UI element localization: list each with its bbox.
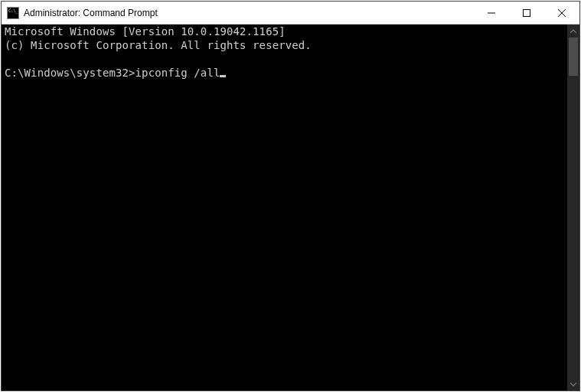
- window-title: Administrator: Command Prompt: [24, 8, 474, 18]
- terminal-output[interactable]: Microsoft Windows [Version 10.0.19042.11…: [2, 24, 567, 390]
- terminal-area: Microsoft Windows [Version 10.0.19042.11…: [2, 24, 579, 390]
- maximize-button[interactable]: [509, 2, 544, 24]
- svg-rect-0: [524, 9, 530, 16]
- minimize-icon: [488, 9, 495, 17]
- cursor-icon: [220, 75, 226, 77]
- command-prompt-window: Administrator: Command Prompt Microsoft …: [1, 1, 580, 391]
- minimize-button[interactable]: [474, 2, 509, 24]
- chevron-down-icon: [570, 381, 576, 387]
- close-icon: [558, 9, 566, 17]
- maximize-icon: [523, 9, 530, 17]
- scroll-thumb[interactable]: [569, 38, 578, 76]
- terminal-line: (c) Microsoft Corporation. All rights re…: [5, 39, 312, 51]
- scroll-down-button[interactable]: [567, 377, 579, 390]
- cmd-icon: [7, 7, 19, 19]
- terminal-line: Microsoft Windows [Version 10.0.19042.11…: [5, 25, 286, 38]
- scroll-up-button[interactable]: [567, 24, 579, 38]
- prompt-path: C:\Windows\system32>: [5, 67, 135, 79]
- close-button[interactable]: [544, 2, 579, 24]
- command-text: ipconfig /all: [135, 67, 220, 79]
- window-controls: [474, 2, 579, 24]
- prompt-line: C:\Windows\system32>ipconfig /all: [5, 67, 226, 79]
- titlebar[interactable]: Administrator: Command Prompt: [2, 2, 579, 24]
- vertical-scrollbar[interactable]: [567, 24, 579, 390]
- chevron-up-icon: [570, 28, 576, 34]
